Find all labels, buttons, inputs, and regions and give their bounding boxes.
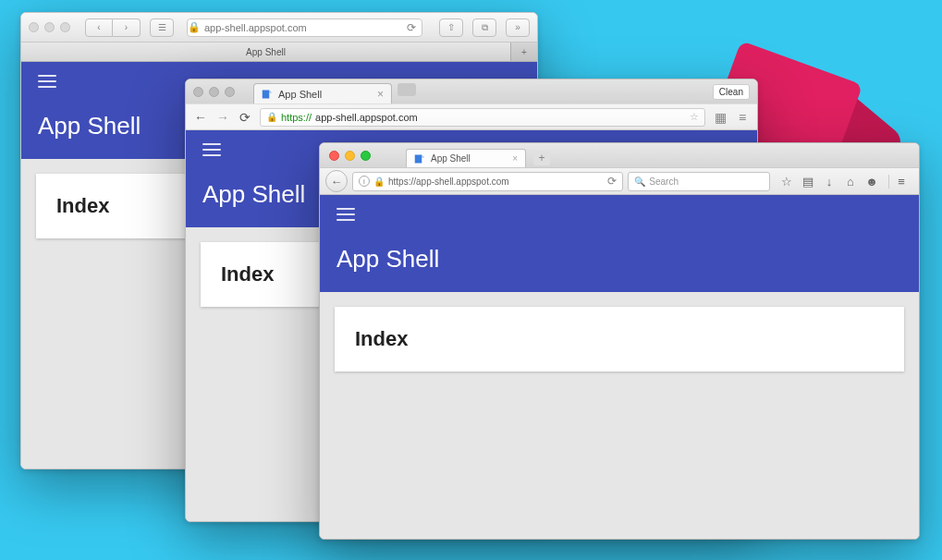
lock-icon: 🔒	[188, 21, 201, 33]
new-tab-button[interactable]: +	[511, 43, 537, 61]
safari-titlebar: ‹ › ☰ 🔒 app-shell.appspot.com ⟳ ⇧ ⧉ »	[21, 13, 537, 43]
tab-label: App Shell	[278, 89, 322, 100]
library-icon[interactable]: ▤	[801, 175, 814, 189]
svg-rect-0	[263, 90, 270, 98]
home-icon[interactable]: ⌂	[844, 175, 857, 189]
firefox-viewport: App Shell Index	[320, 195, 919, 539]
maximize-icon[interactable]	[225, 87, 235, 97]
minimize-icon[interactable]	[345, 151, 355, 161]
chat-icon[interactable]: ☻	[865, 175, 878, 189]
close-icon[interactable]	[193, 87, 203, 97]
more-button[interactable]: »	[506, 18, 530, 37]
back-button[interactable]: ←	[325, 170, 348, 192]
reload-icon[interactable]: ⟳	[407, 21, 422, 34]
info-icon[interactable]: i	[359, 176, 370, 187]
share-button[interactable]: ⇧	[439, 18, 463, 37]
address-bar[interactable]: i 🔒 https://app-shell.appspot.com ⟳	[352, 172, 623, 191]
hamburger-menu-icon[interactable]: ≡	[895, 175, 908, 189]
new-tab-button[interactable]: +	[533, 151, 550, 165]
menu-icon[interactable]	[38, 75, 56, 88]
new-tab-button[interactable]	[398, 83, 416, 96]
bookmark-icon[interactable]: ☆	[690, 111, 699, 123]
safari-tabbar: App Shell +	[21, 43, 537, 62]
content-card: Index	[335, 307, 904, 371]
reload-button[interactable]: ⟳	[238, 110, 252, 125]
menu-icon[interactable]	[336, 208, 355, 221]
lock-icon: 🔒	[373, 177, 385, 187]
back-button[interactable]: ←	[193, 110, 208, 125]
chrome-toolbar: ← → ⟳ 🔒 https://app-shell.appspot.com ☆ …	[186, 103, 757, 130]
close-icon[interactable]	[329, 151, 339, 161]
firefox-toolbar: ← i 🔒 https://app-shell.appspot.com ⟳ 🔍 …	[320, 167, 919, 195]
minimize-icon[interactable]	[209, 87, 219, 97]
downloads-icon[interactable]: ↓	[823, 175, 836, 189]
app-title: App Shell	[336, 245, 902, 274]
lock-icon: 🔒	[266, 112, 277, 122]
minimize-icon[interactable]	[44, 22, 55, 32]
sidebar-button[interactable]: ☰	[150, 18, 174, 37]
window-controls[interactable]	[193, 87, 235, 97]
forward-button[interactable]: ›	[113, 18, 141, 37]
favicon-icon	[262, 89, 273, 100]
reload-icon[interactable]: ⟳	[607, 175, 617, 188]
address-text: app-shell.appspot.com	[204, 22, 307, 33]
url-protocol: https://	[281, 112, 312, 123]
app-header: App Shell	[320, 195, 919, 292]
firefox-tab[interactable]: App Shell ×	[406, 149, 526, 167]
search-icon: 🔍	[634, 177, 645, 187]
menu-icon[interactable]	[202, 143, 221, 156]
tab-label: App Shell	[246, 47, 286, 57]
close-tab-icon[interactable]: ×	[512, 153, 518, 164]
address-bar[interactable]: 🔒 app-shell.appspot.com ⟳	[187, 18, 422, 37]
svg-rect-1	[415, 154, 422, 163]
window-controls[interactable]	[329, 151, 371, 161]
close-tab-icon[interactable]: ×	[377, 88, 384, 101]
firefox-window: App Shell × + ← i 🔒 https://app-shell.ap…	[319, 142, 920, 540]
extensions-icon[interactable]: ▦	[713, 110, 728, 125]
firefox-tabstrip: App Shell × +	[320, 143, 919, 167]
card-heading: Index	[355, 327, 884, 351]
tab-label: App Shell	[431, 153, 471, 164]
tabs-button[interactable]: ⧉	[472, 18, 496, 37]
close-icon[interactable]	[29, 22, 39, 32]
url-text: https://app-shell.appspot.com	[388, 177, 509, 187]
url-host: app-shell.appspot.com	[315, 112, 418, 123]
clean-button[interactable]: Clean	[713, 84, 750, 100]
bookmark-icon[interactable]: ☆	[780, 175, 793, 189]
maximize-icon[interactable]	[60, 22, 70, 32]
search-box[interactable]: 🔍 Search	[628, 172, 770, 191]
chrome-tabstrip: App Shell × Clean	[186, 79, 757, 103]
chrome-tab[interactable]: App Shell ×	[253, 83, 392, 103]
favicon-icon	[414, 153, 425, 164]
menu-icon[interactable]: ≡	[735, 110, 750, 125]
back-button[interactable]: ‹	[85, 18, 113, 37]
search-placeholder: Search	[649, 177, 679, 187]
safari-tab[interactable]: App Shell	[21, 43, 511, 61]
window-controls[interactable]	[29, 22, 70, 32]
forward-button: →	[215, 110, 230, 125]
maximize-icon[interactable]	[361, 151, 371, 161]
address-bar[interactable]: 🔒 https://app-shell.appspot.com ☆	[260, 108, 705, 127]
